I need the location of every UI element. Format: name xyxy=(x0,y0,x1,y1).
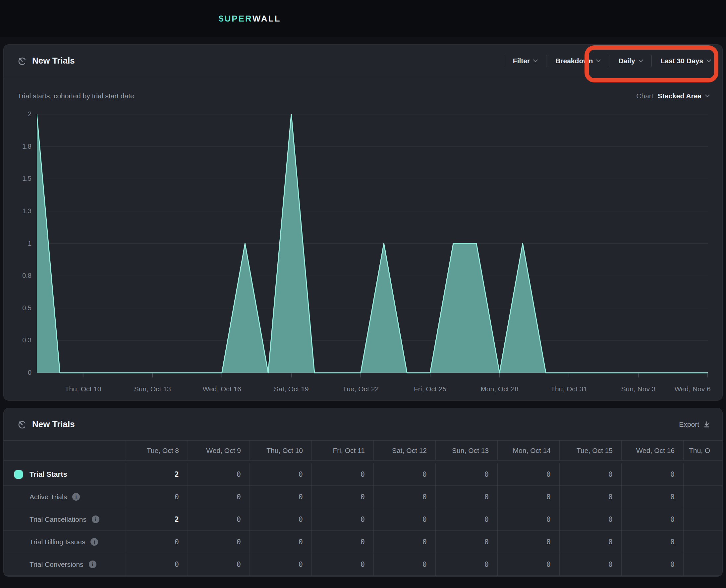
chevron-down-icon xyxy=(706,57,711,62)
value-cell: 0 xyxy=(187,463,249,486)
value-cell: 0 xyxy=(311,486,374,508)
logo-text-secondary: WALL xyxy=(253,14,281,24)
info-icon[interactable]: i xyxy=(92,516,99,523)
trials-table: Tue, Oct 8Wed, Oct 9Thu, Oct 10Fri, Oct … xyxy=(4,441,722,576)
x-tick-label: Mon, Oct 28 xyxy=(481,385,518,393)
value-cell: 0 xyxy=(621,553,683,576)
timer-icon xyxy=(18,420,27,429)
row-label: Trial Conversionsi xyxy=(4,553,126,576)
x-tick-label: Sun, Oct 13 xyxy=(134,385,171,393)
chart-type-dropdown[interactable]: Chart Stacked Area xyxy=(636,92,709,100)
control-divider xyxy=(609,55,609,66)
table-corner-cell xyxy=(4,441,126,461)
value-cell: 0 xyxy=(249,531,311,553)
chart-type-value: Stacked Area xyxy=(658,92,702,100)
column-header: Sat, Oct 12 xyxy=(374,441,436,461)
table-panel-header: New Trials Export xyxy=(4,408,722,441)
value-cell: 0 xyxy=(497,508,559,531)
value-cell: 0 xyxy=(187,553,249,576)
row-label: Active Trialsi xyxy=(4,486,126,508)
value-cell: 0 xyxy=(559,531,621,553)
value-cell: 0 xyxy=(249,508,311,531)
value-cell: 0 xyxy=(559,463,621,486)
value-cell: 0 xyxy=(621,508,683,531)
x-tick-label: Tue, Oct 22 xyxy=(343,385,379,393)
row-label-text: Active Trials xyxy=(29,493,67,501)
value-cell: 0 xyxy=(249,463,311,486)
value-cell: 0 xyxy=(621,531,683,553)
breakdown-dropdown[interactable]: Breakdown xyxy=(556,57,600,65)
info-icon[interactable]: i xyxy=(72,493,80,501)
value-cell: 0 xyxy=(187,486,249,508)
x-tick-label: Wed, Oct 16 xyxy=(202,385,241,393)
column-header: Fri, Oct 11 xyxy=(311,441,374,461)
value-cell: 0 xyxy=(187,508,249,531)
column-header: Wed, Oct 9 xyxy=(187,441,249,461)
chart-subheader: Trial starts, cohorted by trial start da… xyxy=(4,77,722,105)
chevron-down-icon xyxy=(533,57,538,62)
export-button[interactable]: Export xyxy=(679,420,710,428)
value-cell: 0 xyxy=(311,463,374,486)
y-tick-label: 1.5 xyxy=(4,175,32,183)
y-tick-label: 0 xyxy=(4,369,32,376)
chart-type-label: Chart xyxy=(636,92,653,100)
logo-text-primary: $UPER xyxy=(219,14,253,24)
value-cell: 0 xyxy=(497,463,559,486)
control-divider xyxy=(546,55,546,66)
x-tick-label: Sun, Nov 3 xyxy=(621,385,656,393)
y-tick-label: 0.3 xyxy=(4,336,32,344)
download-icon xyxy=(703,421,710,428)
value-cell: 0 xyxy=(559,553,621,576)
x-tick-label: Thu, Oct 10 xyxy=(65,385,101,393)
column-header: Mon, Oct 14 xyxy=(497,441,559,461)
value-cell: 0 xyxy=(436,553,497,576)
new-trials-table-panel: New Trials Export Tue, Oct 8Wed, Oct 9Th… xyxy=(3,408,723,577)
value-cell: 0 xyxy=(374,463,436,486)
column-header: Sun, Oct 13 xyxy=(436,441,497,461)
value-cell xyxy=(683,486,722,508)
chart-panel-title: New Trials xyxy=(32,56,75,66)
info-icon[interactable]: i xyxy=(89,561,96,568)
row-label-text: Trial Starts xyxy=(29,470,67,479)
value-cell: 2 xyxy=(126,463,187,486)
info-icon[interactable]: i xyxy=(90,538,98,546)
granularity-dropdown[interactable]: Daily xyxy=(618,57,642,65)
y-tick-label: 2 xyxy=(4,110,32,118)
value-cell: 0 xyxy=(311,553,374,576)
value-cell: 0 xyxy=(126,553,187,576)
value-cell: 0 xyxy=(126,531,187,553)
value-cell: 0 xyxy=(497,531,559,553)
value-cell xyxy=(683,531,722,553)
filter-dropdown[interactable]: Filter xyxy=(513,57,537,65)
value-cell: 0 xyxy=(436,486,497,508)
trials-area-chart: 00.30.50.811.31.51.82Thu, Oct 10Sun, Oct… xyxy=(4,105,722,401)
superwall-logo: $UPERWALL xyxy=(219,0,281,37)
column-header: Wed, Oct 16 xyxy=(621,441,683,461)
value-cell: 0 xyxy=(559,508,621,531)
date-range-dropdown[interactable]: Last 30 Days xyxy=(661,57,710,65)
value-cell xyxy=(683,553,722,576)
value-cell: 0 xyxy=(436,508,497,531)
value-cell: 0 xyxy=(436,531,497,553)
value-cell: 0 xyxy=(374,531,436,553)
timer-icon xyxy=(18,56,27,66)
column-header: Tue, Oct 8 xyxy=(126,441,187,461)
value-cell: 0 xyxy=(497,486,559,508)
value-cell: 0 xyxy=(621,463,683,486)
chevron-down-icon xyxy=(596,57,601,62)
chart-canvas xyxy=(37,114,708,379)
y-tick-label: 0.8 xyxy=(4,272,32,279)
value-cell: 0 xyxy=(559,486,621,508)
table-panel-title: New Trials xyxy=(32,419,75,429)
value-cell: 0 xyxy=(621,486,683,508)
filter-label: Filter xyxy=(513,57,530,65)
chart-subtitle: Trial starts, cohorted by trial start da… xyxy=(18,92,134,100)
row-label-text: Trial Cancellations xyxy=(29,516,86,523)
chart-panel-header: New Trials Filter Breakdown Daily Last 3… xyxy=(4,45,722,77)
top-bar: $UPERWALL xyxy=(0,0,726,37)
value-cell: 0 xyxy=(311,531,374,553)
value-cell: 0 xyxy=(497,553,559,576)
column-header: Thu, O xyxy=(683,441,722,461)
chevron-down-icon xyxy=(705,93,710,97)
value-cell: 0 xyxy=(436,463,497,486)
